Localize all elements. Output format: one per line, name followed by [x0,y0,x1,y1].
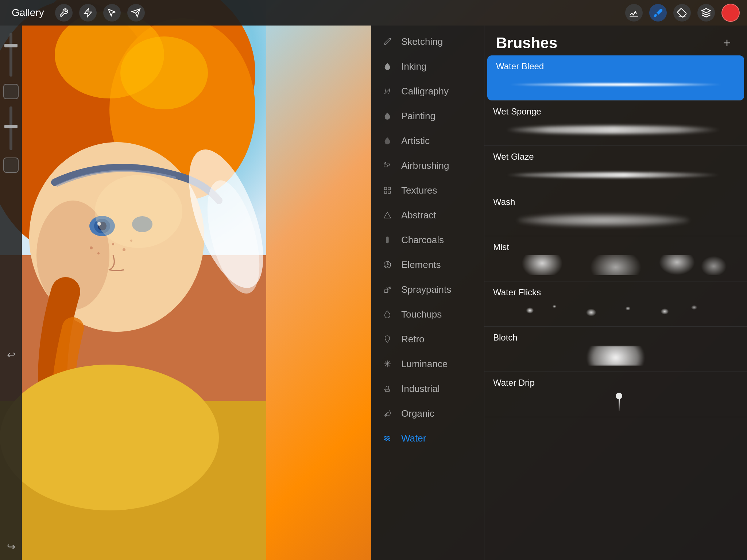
category-label-calligraphy: Calligraphy [401,86,449,97]
svg-rect-40 [384,290,388,292]
brush-item-wet-sponge[interactable]: Wet Sponge [484,101,747,146]
brush-item-mist[interactable]: Mist [484,236,747,281]
category-label-organic: Organic [401,408,434,419]
category-label-luminance: Luminance [401,358,448,370]
redo-button[interactable]: ↪ [7,541,15,553]
svg-marker-28 [702,8,710,13]
svg-rect-36 [386,237,388,243]
adjust-button[interactable] [79,4,97,22]
brush-preview-wet-sponge [493,120,738,140]
category-item-inking[interactable]: Inking [371,54,484,79]
category-label-touchups: Touchups [401,309,442,320]
brush-size-indicator[interactable] [3,84,19,99]
svg-point-42 [390,287,390,288]
brush-item-wet-glaze[interactable]: Wet Glaze [484,146,747,191]
artistic-icon [382,135,393,147]
category-label-sketching: Sketching [401,36,443,47]
charcoals-icon [382,234,393,246]
category-item-water[interactable]: Water [371,426,484,451]
category-item-elements[interactable]: Elements [371,252,484,277]
brush-item-wash[interactable]: Wash [484,191,747,236]
opacity-thumb[interactable] [4,125,18,128]
category-label-abstract: Abstract [401,210,436,221]
eraser-button[interactable] [673,4,691,22]
brush-item-water-drip[interactable]: Water Drip [484,372,747,417]
category-item-retro[interactable]: Retro [371,327,484,351]
category-item-airbrushing[interactable]: Airbrushing [371,153,484,178]
retro-icon [382,333,393,345]
opacity-indicator[interactable] [3,158,19,173]
category-item-charcoals[interactable]: Charcoals [371,228,484,252]
layers-button[interactable] [697,4,715,22]
category-label-industrial: Industrial [401,383,440,394]
category-label-textures: Textures [401,185,437,196]
transform-button[interactable] [127,4,145,22]
svg-point-43 [390,288,390,289]
svg-rect-33 [384,191,387,193]
brush-name-wash: Wash [493,197,738,207]
brush-preview-water-bleed [496,74,735,94]
brush-preview-mist [493,255,738,275]
brush-preview-wash [493,210,738,230]
sketching-icon [382,36,393,47]
brush-size-thumb[interactable] [4,44,18,47]
category-item-textures[interactable]: Textures [371,178,484,203]
brush-preview-water-flicks [493,300,738,320]
undo-button[interactable]: ↩ [7,349,15,361]
brush-name-wet-glaze: Wet Glaze [493,152,738,162]
brush-name-water-drip: Water Drip [493,378,738,388]
wrench-button[interactable] [55,4,73,22]
category-label-water: Water [401,433,426,444]
category-item-calligraphy[interactable]: Calligraphy [371,79,484,104]
add-brush-button[interactable]: + [719,35,735,51]
brush-preview-wet-glaze [493,165,738,185]
category-item-luminance[interactable]: Luminance [371,351,484,376]
brush-name-water-bleed: Water Bleed [496,61,735,71]
category-label-inking: Inking [401,61,426,72]
brush-stroke-button[interactable] [625,4,643,22]
svg-point-41 [389,288,390,288]
category-item-spraypaints[interactable]: Spraypaints [371,277,484,302]
brush-size-slider[interactable] [9,33,12,77]
calligraphy-icon [382,85,393,97]
svg-point-6 [120,36,208,109]
spraypaints-icon [382,284,393,295]
category-label-charcoals: Charcoals [401,234,444,246]
category-label-artistic: Artistic [401,135,430,147]
category-item-painting[interactable]: Painting [371,104,484,128]
brush-item-blotch[interactable]: Blotch [484,327,747,372]
category-item-industrial[interactable]: Industrial [371,376,484,401]
category-label-painting: Painting [401,110,436,122]
svg-point-18 [112,243,114,245]
brush-item-water-bleed[interactable]: Water Bleed [487,55,744,101]
brush-name-blotch: Blotch [493,332,738,343]
water-icon [382,432,393,444]
category-item-touchups[interactable]: Touchups [371,302,484,327]
textures-icon [382,184,393,196]
brush-preview-blotch [493,346,738,366]
touchups-icon [382,308,393,320]
category-item-organic[interactable]: Organic [371,401,484,426]
inking-icon [382,61,393,72]
category-item-abstract[interactable]: Abstract [371,203,484,228]
svg-point-23 [95,175,182,248]
toolbar-left: Gallery [7,4,625,22]
category-item-sketching[interactable]: Sketching [371,29,484,54]
panel-header: Brushes + [484,26,747,55]
brush-item-water-flicks[interactable]: Water Flicks [484,281,747,327]
svg-rect-31 [384,187,387,190]
svg-point-10 [0,365,219,510]
gallery-button[interactable]: Gallery [7,5,49,21]
selection-button[interactable] [103,4,121,22]
svg-rect-29 [384,165,387,167]
category-label-airbrushing: Airbrushing [401,160,449,171]
color-picker[interactable] [721,4,740,22]
painting-icon [382,110,393,122]
svg-point-19 [123,248,125,251]
category-item-artistic[interactable]: Artistic [371,128,484,153]
opacity-slider[interactable] [9,106,12,150]
brush-name-wet-sponge: Wet Sponge [493,106,738,117]
svg-point-38 [387,263,388,264]
left-sidebar: ↩ ↪ [0,26,22,560]
brush-button[interactable] [649,4,667,22]
